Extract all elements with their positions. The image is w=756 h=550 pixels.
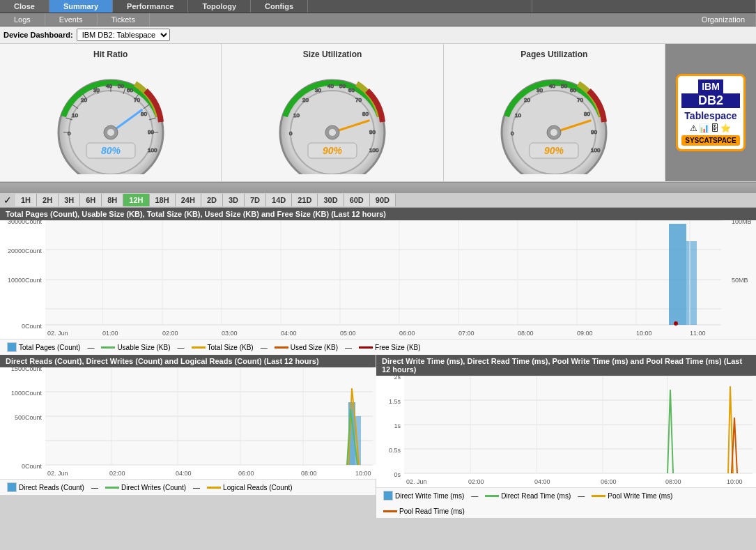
chart1-section: Total Pages (Count), Usable Size (KB), T… bbox=[0, 208, 756, 355]
time-btn-60d[interactable]: 60D bbox=[344, 194, 370, 206]
tab-events[interactable]: Events bbox=[45, 13, 98, 26]
legend-sep2: — bbox=[178, 344, 185, 351]
svg-text:08:00: 08:00 bbox=[301, 470, 317, 477]
legend-direct-reads: Direct Reads (Count) bbox=[7, 482, 84, 492]
legend-usable-label: Usable Size (KB) bbox=[117, 344, 170, 351]
legend-pwt-color bbox=[592, 495, 605, 497]
gauge-pages-util-title: Pages Utilization bbox=[447, 49, 661, 59]
time-btn-8h[interactable]: 8H bbox=[102, 194, 123, 206]
svg-text:100MB: 100MB bbox=[732, 220, 752, 225]
chart3-svg: 2s 1.5s 1s 0.5s 0s 02. Jun 02:00 bbox=[376, 376, 756, 487]
svg-text:10:00: 10:00 bbox=[636, 330, 652, 337]
time-btn-2d[interactable]: 2D bbox=[201, 194, 223, 206]
svg-point-62 bbox=[550, 129, 557, 136]
gauge-size-util-title: Size Utilization bbox=[225, 49, 439, 59]
svg-text:10: 10 bbox=[293, 112, 300, 119]
tab-topology[interactable]: Topology bbox=[188, 0, 251, 13]
check-icon[interactable]: ✓ bbox=[0, 193, 15, 207]
legend-sep3: — bbox=[261, 344, 268, 351]
time-btn-3d[interactable]: 3D bbox=[223, 194, 245, 206]
time-btn-1h[interactable]: 1H bbox=[15, 194, 37, 206]
svg-text:02. Jun: 02. Jun bbox=[47, 330, 68, 337]
gauge-pages-util-svg: 0 10 20 30 40 50 60 70 80 90 100 90% bbox=[491, 63, 617, 174]
svg-text:04:00: 04:00 bbox=[176, 470, 192, 477]
tab-logs[interactable]: Logs bbox=[0, 13, 45, 26]
legend-pwt-label: Pool Write Time (ms) bbox=[608, 492, 672, 500]
legend-direct-writes: Direct Writes (Count) bbox=[105, 484, 186, 491]
svg-text:10:00: 10:00 bbox=[727, 478, 743, 485]
time-btn-90d[interactable]: 90D bbox=[370, 194, 396, 206]
legend-direct-reads-label: Direct Reads (Count) bbox=[19, 484, 84, 491]
time-btn-7d[interactable]: 7D bbox=[245, 194, 266, 206]
svg-text:30: 30 bbox=[315, 87, 321, 93]
svg-rect-79 bbox=[686, 241, 697, 325]
chart1-legend: Total Pages (Count) — Usable Size (KB) —… bbox=[0, 339, 756, 355]
svg-text:06:00: 06:00 bbox=[399, 330, 415, 337]
svg-text:80: 80 bbox=[362, 111, 369, 117]
svg-text:0: 0 bbox=[68, 130, 71, 137]
time-btn-2h[interactable]: 2H bbox=[37, 194, 59, 206]
svg-text:02:00: 02:00 bbox=[109, 470, 125, 477]
svg-text:01:00: 01:00 bbox=[102, 330, 118, 337]
tab-organization[interactable]: Organization bbox=[691, 13, 756, 26]
svg-text:08:00: 08:00 bbox=[518, 330, 534, 337]
svg-text:30000Count: 30000Count bbox=[8, 220, 43, 225]
chart2-section: Direct Reads (Count), Direct Writes (Cou… bbox=[0, 355, 376, 518]
svg-text:2s: 2s bbox=[394, 376, 401, 381]
svg-text:100: 100 bbox=[591, 147, 601, 153]
svg-text:40: 40 bbox=[106, 83, 112, 89]
time-btn-12h[interactable]: 12H bbox=[123, 194, 149, 206]
legend-prt-color bbox=[383, 510, 397, 512]
tab-summary[interactable]: Summary bbox=[49, 0, 113, 13]
bottom-charts: Direct Reads (Count), Direct Writes (Cou… bbox=[0, 355, 756, 518]
chart1-header: Total Pages (Count), Usable Size (KB), T… bbox=[0, 208, 756, 220]
svg-text:50: 50 bbox=[118, 83, 124, 89]
chart3-section: Direct Write Time (ms), Direct Read Time… bbox=[376, 355, 756, 518]
tab-configs[interactable]: Configs bbox=[251, 0, 308, 13]
device-bar: Device Dashboard: IBM DB2: Tablespace bbox=[0, 26, 756, 44]
chart2-header: Direct Reads (Count), Direct Writes (Cou… bbox=[0, 355, 376, 367]
svg-text:1.5s: 1.5s bbox=[389, 398, 401, 405]
gauge-hit-ratio-title: Hit Ratio bbox=[3, 49, 217, 59]
svg-text:10: 10 bbox=[72, 112, 78, 119]
time-btn-30d[interactable]: 30D bbox=[318, 194, 344, 206]
svg-text:60: 60 bbox=[570, 87, 576, 93]
svg-text:20: 20 bbox=[524, 97, 530, 103]
legend-total-pages-label: Total Pages (Count) bbox=[19, 344, 80, 351]
svg-point-26 bbox=[107, 129, 114, 136]
time-btn-14d[interactable]: 14D bbox=[266, 194, 292, 206]
svg-text:06:00: 06:00 bbox=[238, 470, 254, 477]
svg-text:0s: 0s bbox=[394, 471, 401, 478]
tab-close[interactable]: Close bbox=[0, 0, 49, 13]
svg-text:04:00: 04:00 bbox=[281, 330, 297, 337]
time-btn-3h[interactable]: 3H bbox=[59, 194, 80, 206]
chart3-body: 2s 1.5s 1s 0.5s 0s 02. Jun 02:00 bbox=[376, 376, 756, 487]
time-btn-24h[interactable]: 24H bbox=[176, 194, 201, 206]
time-btn-6h[interactable]: 6H bbox=[80, 194, 102, 206]
scroll-area[interactable] bbox=[0, 182, 756, 193]
device-select[interactable]: IBM DB2: Tablespace bbox=[77, 29, 170, 41]
logo-type: Tablespace bbox=[681, 110, 740, 121]
legend-dwt-label: Direct Write Time (ms) bbox=[395, 492, 464, 500]
svg-text:08:00: 08:00 bbox=[665, 478, 681, 485]
logo-ibm: IBM bbox=[698, 79, 723, 93]
svg-text:09:00: 09:00 bbox=[577, 330, 593, 337]
svg-text:11:00: 11:00 bbox=[690, 330, 706, 337]
svg-text:06:00: 06:00 bbox=[601, 478, 617, 485]
time-btn-21d[interactable]: 21D bbox=[292, 194, 318, 206]
legend-direct-read-time: Direct Read Time (ms) bbox=[485, 492, 571, 500]
svg-text:02:00: 02:00 bbox=[468, 478, 484, 485]
legend-total-pages-color bbox=[7, 342, 17, 352]
legend-direct-write-time: Direct Write Time (ms) bbox=[383, 491, 464, 501]
legend-logical-reads-color bbox=[207, 487, 221, 489]
gauge-size-util: Size Utilization 0 10 20 30 40 50 bbox=[222, 44, 443, 181]
svg-text:0: 0 bbox=[511, 130, 514, 137]
tab-performance[interactable]: Performance bbox=[113, 0, 188, 13]
svg-text:90%: 90% bbox=[323, 145, 343, 156]
svg-text:04:00: 04:00 bbox=[534, 478, 550, 485]
time-btn-18h[interactable]: 18H bbox=[150, 194, 176, 206]
svg-text:50: 50 bbox=[561, 83, 567, 89]
chart2-svg: 1500Count 1000Count 500Count 0Count 02. … bbox=[0, 367, 376, 479]
legend-used-label: Used Size (KB) bbox=[291, 344, 338, 351]
tab-tickets[interactable]: Tickets bbox=[98, 13, 150, 26]
